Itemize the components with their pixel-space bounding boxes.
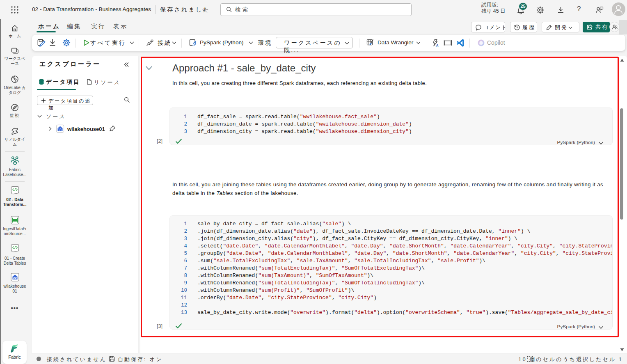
svg-text:A: A <box>435 43 439 48</box>
